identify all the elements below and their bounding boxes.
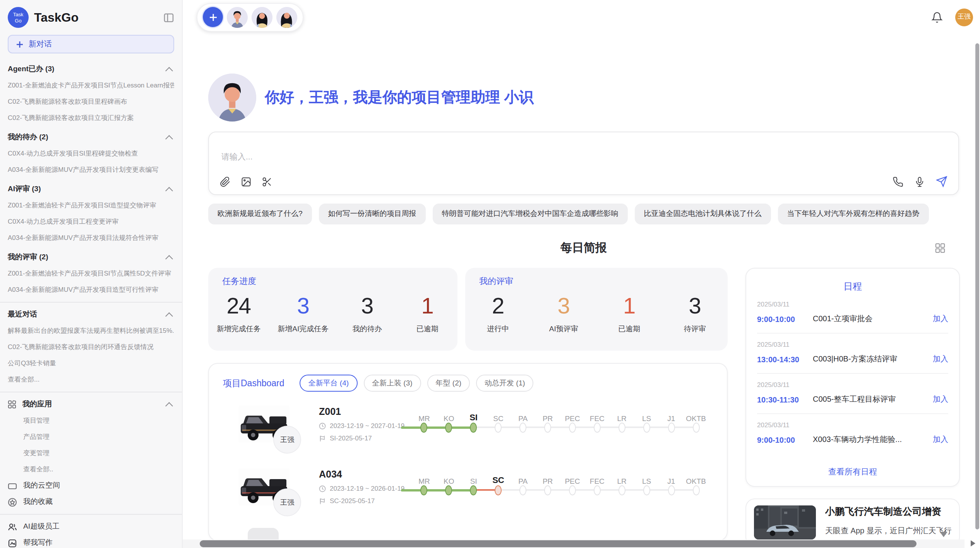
stat-item: 3新增AI完成任务: [278, 294, 329, 334]
schedule-event: 2025/03/119:00-10:00C001-立项审批会加入: [757, 293, 948, 334]
sidebar-item-cloud-space[interactable]: 我的云空间: [8, 478, 174, 494]
sidebar-item[interactable]: Z001-全新燃油轻卡产品开发项目SI节点属性5D文件评审: [8, 265, 174, 282]
schedule-event: 2025/03/1110:30-11:30C005-整车工程目标评审加入: [757, 374, 948, 414]
clock-icon: [319, 422, 326, 429]
content: 你好，王强，我是你的项目管理助理 小识: [208, 34, 959, 548]
add-agent-button[interactable]: [203, 7, 223, 27]
layout-grid-icon[interactable]: [935, 243, 945, 253]
recent-conversation-item[interactable]: 解释最新出台的欧盟报废车法规再生塑料比例被调至15%...: [8, 323, 174, 339]
chevron-up-icon: [165, 312, 173, 320]
briefing-header: 每日简报: [208, 241, 959, 258]
app-item[interactable]: 产品管理: [8, 429, 174, 445]
sidebar-item[interactable]: C02-飞腾新能源轻客改款项目立项汇报方案: [8, 110, 174, 126]
sidebar-group-header[interactable]: 我的待办 (2): [8, 129, 174, 146]
send-icon[interactable]: [936, 176, 947, 187]
view-all-schedule-link[interactable]: 查看所有日程: [746, 467, 959, 478]
milestone-dot-pending: [668, 485, 675, 495]
recent-conversation-item[interactable]: 查看全部...: [8, 372, 174, 388]
milestone-labels: MRKOSISCPAPRPECFECLRLSJ1OKTB: [412, 472, 708, 485]
suggestion-chip[interactable]: 当下年轻人对汽车外观有怎样的喜好趋势: [778, 204, 929, 224]
schedule-card: 日程 2025/03/119:00-10:00C001-立项审批会加入2025/…: [745, 268, 960, 487]
notification-bell-icon[interactable]: [931, 11, 943, 23]
sidebar-group-title: Agent已办 (3): [8, 64, 54, 74]
sidebar-group-header[interactable]: Agent已办 (3): [8, 61, 174, 77]
dashboard-tab[interactable]: 年型 (2): [427, 375, 470, 392]
agent-avatar[interactable]: [276, 7, 297, 27]
chevron-up-icon: [165, 402, 173, 409]
chevron-up-icon: [165, 187, 173, 194]
sidebar-item[interactable]: A034-全新新能源MUV产品开发项目造型可行性评审: [8, 282, 174, 298]
agent-avatar[interactable]: [227, 7, 248, 27]
paperclip-icon[interactable]: [220, 176, 231, 187]
sidebar-item[interactable]: C02-飞腾新能源轻客改款项目里程碑画布: [8, 94, 174, 110]
milestone-label: PA: [518, 477, 528, 485]
microphone-icon[interactable]: [914, 176, 925, 187]
event-time: 9:00-10:00: [757, 435, 813, 444]
app-item[interactable]: 查看全部..: [8, 461, 174, 478]
vertical-scrollbar-thumb[interactable]: [975, 43, 979, 529]
briefing-right-column: 日程 2025/03/119:00-10:00C001-立项审批会加入2025/…: [745, 268, 960, 546]
sidebar-item-favorites[interactable]: 我的收藏: [8, 494, 174, 510]
suggestion-chip[interactable]: 特朗普可能对进口汽车增税会对中国车企造成哪些影响: [433, 204, 628, 224]
sidebar-group-title: AI评审 (3): [8, 184, 41, 194]
project-row[interactable]: 王强 Z001 2023-12-19 ~ 2027-01-19: [223, 405, 727, 445]
app-item[interactable]: 变更管理: [8, 445, 174, 461]
app-title: TaskGo: [34, 10, 163, 24]
horizontal-scrollbar-track[interactable]: [183, 539, 965, 548]
new-chat-button[interactable]: 新对话: [8, 35, 174, 53]
sidebar-group-header[interactable]: 我的评审 (2): [8, 249, 174, 265]
milestone-label: PA: [518, 414, 528, 422]
dashboard-tab[interactable]: 全新上装 (3): [363, 375, 421, 392]
project-row[interactable]: 王强 A034 2023-12-19 ~ 2026-01-19: [223, 468, 727, 508]
sidebar-item-help-write[interactable]: 帮我写作: [8, 535, 174, 548]
dashboard-tab[interactable]: 动总开发 (1): [476, 375, 534, 392]
image-icon[interactable]: [241, 176, 252, 187]
stat-item: 24新增完成任务: [217, 294, 261, 334]
sidebar-section-apps[interactable]: 我的应用: [8, 396, 174, 413]
sidebar-item[interactable]: Z001-全新燃油皮卡产品开发项目SI节点Lesson Learn报告: [8, 77, 174, 94]
event-title: X003-车辆动力学性能验...: [813, 434, 927, 445]
logo-text-bottom: Go: [15, 17, 21, 23]
milestone-label: PEC: [565, 414, 580, 422]
project-info: Z001 2023-12-19 ~ 2027-01-19: [319, 405, 412, 442]
suggestion-chip[interactable]: 欧洲新规最近颁布了什么?: [208, 204, 312, 224]
sidebar-item[interactable]: C0X4-动力总成开发项目工程变更评审: [8, 214, 174, 230]
chat-input[interactable]: [220, 151, 788, 162]
scroll-right-arrow-icon[interactable]: [971, 540, 975, 546]
avatar-woman-icon: [276, 7, 297, 27]
my-reviews-card: 我的评审 2进行中3AI预评审1已逾期3待评审: [465, 268, 728, 351]
sidebar-item[interactable]: Z001-全新燃油轻卡产品开发项目SI造型提交物评审: [8, 197, 174, 214]
agent-avatar[interactable]: [252, 7, 272, 27]
sidebar-collapse-icon[interactable]: [163, 12, 174, 23]
sidebar-group-title: 我的待办 (2): [8, 132, 48, 142]
app-item[interactable]: 项目管理: [8, 413, 174, 429]
horizontal-scrollbar-thumb[interactable]: [200, 540, 917, 547]
agent-avatar-group: [197, 3, 303, 31]
milestone-label: MR: [418, 414, 430, 422]
suggestion-chip[interactable]: 比亚迪全固态电池计划具体说了什么: [635, 204, 771, 224]
sidebar-section-recent[interactable]: 最近对话: [8, 307, 174, 323]
suggestion-chip[interactable]: 如何写一份清晰的项目周报: [319, 204, 426, 224]
sidebar-group-header[interactable]: AI评审 (3): [8, 181, 174, 197]
phone-icon[interactable]: [893, 176, 903, 187]
stat-item: 1已逾期: [406, 294, 449, 334]
milestone-dot-pending: [692, 485, 699, 495]
user-avatar[interactable]: 王强: [955, 8, 973, 26]
sidebar-item[interactable]: C0X4-动力总成开发项目SI里程碑提交物检查: [8, 146, 174, 162]
milestone-dot-done: [421, 423, 428, 433]
milestone-label: FEC: [590, 477, 605, 485]
avatar-man-icon: [208, 74, 256, 122]
scroll-down-arrow-icon[interactable]: [940, 532, 947, 537]
sidebar-item-ai-employee[interactable]: AI超级员工: [8, 519, 174, 535]
message-composer[interactable]: [208, 132, 959, 195]
join-link[interactable]: 加入: [933, 354, 948, 365]
sidebar-item[interactable]: A034-全新新能源MUV产品开发项目法规符合性评审: [8, 230, 174, 246]
join-link[interactable]: 加入: [933, 434, 948, 445]
dashboard-tab[interactable]: 全新平台 (4): [300, 375, 358, 392]
recent-conversation-item[interactable]: C02-飞腾新能源轻客改款项目的闭环通告反馈情况: [8, 339, 174, 355]
recent-conversation-item[interactable]: 公司Q3轻卡销量: [8, 355, 174, 372]
sidebar-item[interactable]: A034-全新新能源MUV产品开发项目计划变更表编写: [8, 162, 174, 178]
scissors-icon[interactable]: [262, 176, 272, 187]
join-link[interactable]: 加入: [933, 394, 948, 405]
join-link[interactable]: 加入: [933, 313, 948, 324]
